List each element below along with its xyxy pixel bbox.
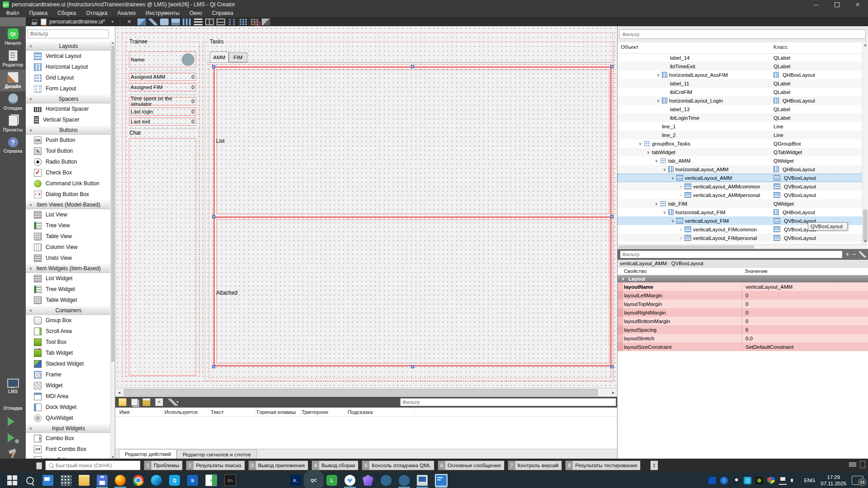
firefox-icon[interactable] — [115, 475, 126, 486]
object-tree-row[interactable]: label_11 QLabel — [618, 79, 863, 88]
adjust-size-icon[interactable] — [262, 19, 270, 25]
file-explorer-icon[interactable] — [79, 475, 90, 486]
object-tree-row[interactable]: lblTimeExit QLabel — [618, 62, 863, 70]
property-column-header[interactable]: Свойство — [624, 268, 647, 274]
expand-arrow-icon[interactable]: ∨ — [618, 159, 660, 163]
widget-box-row[interactable]: ✓ Check Box — [26, 167, 111, 178]
property-value[interactable]: 0 — [742, 319, 748, 324]
widget-box-row[interactable]: Form Layout — [26, 83, 111, 94]
delete-action-icon[interactable]: ✕ — [155, 398, 163, 406]
tray-q-app-icon[interactable]: Q — [744, 477, 751, 484]
editor-tab[interactable]: Редактор действий — [119, 449, 177, 459]
windows-app-icon[interactable] — [435, 474, 448, 487]
presentation-app-icon[interactable] — [42, 475, 53, 486]
selection-handle[interactable] — [212, 365, 215, 368]
maximize-button[interactable] — [826, 0, 847, 9]
mail-app-icon[interactable]: b — [187, 475, 198, 486]
object-inspector-filter-input[interactable] — [619, 29, 866, 39]
clock[interactable]: 17:29 07.11.2025 — [821, 474, 846, 487]
property-value[interactable]: 0 — [742, 301, 748, 307]
menu-item[interactable]: Правка — [24, 9, 53, 17]
open-document-selector[interactable]: personalcardtrainee.ui* — [41, 19, 105, 25]
expand-arrow-icon[interactable]: ∨ — [618, 141, 644, 146]
language-indicator[interactable]: ENG — [804, 478, 815, 483]
tree-horizontal-scrollbar[interactable] — [618, 244, 868, 249]
lock-icon[interactable] — [32, 19, 37, 24]
menu-item[interactable]: Сборка — [52, 9, 81, 17]
expand-arrow-icon[interactable]: ∨ — [618, 210, 668, 215]
property-row[interactable]: layoutLeftMargin 0 — [618, 291, 868, 300]
tasks-group-box[interactable]: Tasks AMM FIM List Attached — [205, 42, 614, 381]
field-row[interactable]: Assigned FIM 0 — [129, 83, 196, 91]
object-tree-row[interactable]: ∨ horizontalLayout_Login QHBoxLayout — [618, 96, 863, 105]
object-column-header[interactable]: Объект — [621, 44, 638, 50]
widget-box-filter-input[interactable] — [28, 29, 109, 38]
nvidia-icon[interactable] — [755, 477, 763, 484]
object-tree-row[interactable]: line_2 Line — [618, 131, 863, 139]
widget-box-row[interactable]: OK Push Button — [26, 135, 111, 145]
object-tree-row[interactable]: label_13 QLabel — [618, 105, 863, 113]
floppy-app-icon[interactable] — [97, 475, 108, 486]
volume-icon[interactable] — [791, 477, 798, 484]
scroll-down-icon[interactable]: ▼ — [863, 239, 868, 244]
widget-box-row[interactable]: Horizontal Layout — [26, 61, 111, 72]
scroll-up-icon[interactable]: ▲ — [111, 41, 115, 44]
property-value[interactable]: 0 — [742, 293, 748, 298]
scroll-up-icon[interactable]: ▲ — [863, 43, 868, 47]
start-icon[interactable] — [7, 475, 17, 485]
notes-app-icon[interactable]: ≡ — [205, 474, 217, 486]
expand-arrow-icon[interactable]: › — [618, 236, 684, 240]
pgadmin-icon[interactable] — [417, 475, 428, 486]
expand-arrow-icon[interactable]: ∨ — [618, 99, 662, 103]
selection-handle[interactable] — [411, 65, 414, 68]
tree-vertical-scrollbar[interactable]: ▲ ▼ — [862, 42, 868, 244]
notification-center-icon[interactable]: 14 — [852, 476, 863, 485]
output-panel-button[interactable]: 5 Консоль отладчика QML — [362, 460, 434, 470]
canvas-horizontal-scrollbar[interactable]: ◂ ▸ — [115, 388, 617, 397]
action-column-header[interactable]: Горячая клавиш — [255, 408, 300, 417]
editor-tab[interactable]: Редактор сигналов и слотов — [177, 450, 256, 459]
widget-box-row[interactable]: Horizontal Spacer — [26, 103, 111, 114]
object-tree-row[interactable]: ∨ tab_AMM QWidget — [618, 156, 863, 165]
layout-form-icon[interactable] — [228, 19, 236, 25]
widget-box-row[interactable]: ▾ Combo Box — [26, 433, 111, 444]
chrome-icon[interactable] — [133, 475, 144, 486]
widget-box-row[interactable]: Widget — [26, 380, 111, 391]
expand-arrow-icon[interactable]: ∨ — [618, 167, 668, 172]
widget-box-row[interactable]: Radio Button — [26, 156, 111, 167]
widget-box-row[interactable]: ✓✗ Dialog Button Box — [26, 189, 111, 200]
widget-box-row[interactable]: ∨ Containers — [26, 305, 111, 315]
close-button[interactable]: ✕ — [847, 0, 868, 9]
mode-item[interactable]: Проекты — [0, 113, 26, 135]
layout-vertically-icon[interactable] — [194, 19, 203, 25]
property-value[interactable]: 0 — [742, 310, 748, 315]
new-action-icon[interactable] — [118, 398, 127, 406]
minimize-button[interactable]: — — [806, 0, 826, 9]
property-row[interactable]: layoutStretch 0,0 — [618, 334, 868, 343]
property-row[interactable]: layoutSizeConstraint SetDefaultConstrain… — [618, 343, 868, 351]
expand-arrow-icon[interactable]: › — [618, 227, 684, 232]
widget-box-row[interactable]: A▾ Font Combo Box — [26, 444, 111, 455]
expand-arrow-icon[interactable]: ∨ — [618, 176, 676, 180]
obsidian-icon[interactable] — [363, 475, 373, 486]
qt-creator-icon[interactable]: QC — [308, 475, 319, 486]
layout-grid-icon[interactable] — [239, 19, 248, 25]
property-row[interactable]: layoutRightMargin 0 — [618, 308, 868, 317]
build-button[interactable] — [8, 449, 19, 459]
property-value[interactable]: verticalLayout_AMM — [742, 284, 793, 290]
right-pane-toggle-icon[interactable] — [860, 461, 865, 468]
widget-box-row[interactable]: Scroll Area — [26, 326, 111, 337]
close-document-button[interactable]: ✕ — [127, 19, 132, 25]
widget-box-row[interactable]: Vertical Layout — [26, 51, 111, 61]
field-row[interactable]: Assigned AMM 0 — [129, 73, 196, 81]
network-icon[interactable] — [779, 476, 787, 485]
object-tree-row[interactable]: lblCntFIM QLabel — [618, 88, 863, 96]
edit-widgets-icon[interactable] — [137, 19, 146, 25]
field-row[interactable]: Last login 0 — [129, 108, 196, 116]
widget-box-row[interactable]: Tree View — [26, 220, 111, 231]
object-tree-row[interactable]: line_1 Line — [618, 122, 863, 131]
object-tree-row[interactable]: › verticalLayout_FIMpersonal QVBoxLayout — [618, 234, 863, 242]
mode-item[interactable]: Дизайн — [0, 70, 26, 91]
expand-arrow-icon[interactable]: › — [618, 193, 684, 197]
action-column-header[interactable]: Подсказка — [346, 408, 414, 417]
